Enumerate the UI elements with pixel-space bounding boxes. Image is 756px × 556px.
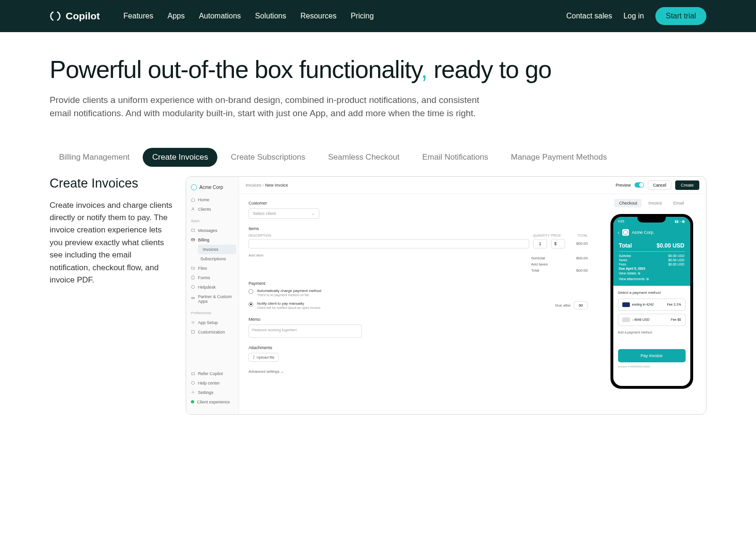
phone-notch (637, 217, 666, 222)
app-main: Invoices › New invoice Preview Cancel Cr… (239, 177, 706, 414)
attachments-label: Attachments (249, 345, 588, 350)
external-icon: ⧉ (646, 277, 649, 281)
nav-files[interactable]: Files (186, 264, 239, 273)
help-icon (191, 285, 195, 289)
preview-label: Preview (616, 183, 631, 188)
add-item-button[interactable]: Add item (249, 253, 264, 257)
radio-checked-icon (249, 302, 253, 307)
svg-rect-10 (192, 331, 195, 334)
company-icon (191, 184, 197, 190)
view-details-link[interactable]: View details⧉ (619, 271, 685, 276)
tab-seamless-checkout[interactable]: Seamless Checkout (318, 148, 409, 167)
customer-select[interactable]: Select client⌄ (249, 208, 319, 219)
nav-client-experience[interactable]: Client experience (186, 397, 239, 407)
preview-tab-invoice[interactable]: Invoice (644, 199, 667, 207)
panel-title: Create Invoices (50, 176, 172, 191)
feature-tabs: Billing Management Create Invoices Creat… (0, 148, 756, 167)
header-right: Contact sales Log in Start trial (566, 7, 706, 25)
items-label: Items (249, 226, 588, 231)
upload-icon: ⤴ (253, 355, 255, 359)
add-taxes-button[interactable]: Add taxes (531, 262, 548, 266)
cancel-button[interactable]: Cancel (648, 180, 671, 190)
card-icon (191, 238, 195, 242)
app-screenshot: Acme Corp Home Clients Apps Messages Bil… (186, 176, 706, 415)
nav-billing[interactable]: Billing (186, 235, 239, 245)
nav-helpdesk[interactable]: Helpdesk (186, 282, 239, 292)
nav-forms[interactable]: Forms (186, 273, 239, 282)
nav-helpcenter[interactable]: Help center (186, 378, 239, 388)
site-header: Copilot Features Apps Automations Soluti… (0, 0, 756, 32)
nav-appsetup[interactable]: App Setup (186, 318, 239, 327)
nav-resources[interactable]: Resources (301, 12, 336, 20)
payment-method-bank[interactable]: --4848 USD Fee $0 (618, 314, 686, 326)
tab-create-subscriptions[interactable]: Create Subscriptions (221, 148, 315, 167)
item-price-input[interactable]: $ (551, 239, 565, 248)
tab-manage-payment-methods[interactable]: Manage Payment Methods (501, 148, 616, 167)
nav-customization[interactable]: Customization (186, 327, 239, 337)
tab-billing-management[interactable]: Billing Management (50, 148, 139, 167)
nav-pricing[interactable]: Pricing (351, 12, 374, 20)
users-icon (191, 207, 195, 211)
svg-point-13 (192, 392, 193, 393)
checkout-total: Total$0.00 USD Subtotal$0.00 USD Taxes$0… (613, 239, 690, 286)
upload-file-button[interactable]: ⤴Upload file (249, 353, 279, 362)
payment-auto-option[interactable]: Automatically charge payment method Ther… (249, 289, 588, 297)
main-nav: Features Apps Automations Solutions Reso… (123, 12, 374, 20)
nav-clients[interactable]: Clients (186, 205, 239, 214)
tab-email-notifications[interactable]: Email Notifications (412, 148, 498, 167)
home-icon (191, 197, 195, 202)
create-button[interactable]: Create (675, 180, 699, 190)
customer-label: Customer (249, 201, 588, 205)
preview-tab-checkout[interactable]: Checkout (614, 199, 642, 207)
svg-rect-2 (191, 239, 195, 241)
nav-subscriptions[interactable]: Subscriptions (196, 254, 239, 264)
nav-messages[interactable]: Messages (186, 226, 239, 235)
svg-point-12 (191, 381, 195, 385)
start-trial-button[interactable]: Start trial (655, 7, 706, 25)
preview-tab-email[interactable]: Email (669, 199, 689, 207)
phone-mockup: 4:05 ▮▮ ⏦ ▣ ‹ Acme Corp. Total$0.00 USD (610, 214, 693, 389)
nav-features[interactable]: Features (123, 12, 153, 20)
svg-rect-4 (192, 276, 194, 279)
nav-settings[interactable]: Settings (186, 388, 239, 397)
logo-icon (50, 10, 61, 22)
apps-label: Apps (186, 216, 239, 224)
grid-icon (191, 330, 195, 334)
company-switcher[interactable]: Acme Corp (186, 181, 239, 193)
panel-description: Create Invoices Create invoices and char… (50, 176, 172, 415)
memo-input[interactable]: Pleasure working together! (249, 325, 362, 338)
nav-solutions[interactable]: Solutions (255, 12, 286, 20)
advanced-settings-toggle[interactable]: Advanced settings ⌄ (249, 369, 588, 374)
item-description-input[interactable] (249, 239, 529, 248)
gear-icon (191, 390, 195, 394)
login-link[interactable]: Log in (623, 12, 644, 20)
nav-home[interactable]: Home (186, 195, 239, 205)
back-icon[interactable]: ‹ (618, 230, 620, 235)
sliders-icon (191, 320, 195, 325)
tab-create-invoices[interactable]: Create Invoices (143, 148, 217, 167)
preview-toggle[interactable] (635, 182, 644, 188)
item-qty-input[interactable]: 1 (533, 239, 547, 248)
checkout-body: Select a payment method ending in 4242 F… (613, 286, 690, 373)
nav-invoices[interactable]: Invoices (198, 245, 236, 254)
invoice-form: Customer Select client⌄ Items DESCRIPTIO… (239, 194, 597, 414)
view-attachments-link[interactable]: View attachments⧉ (619, 276, 685, 282)
logo[interactable]: Copilot (50, 10, 100, 22)
nav-apps[interactable]: Apps (167, 12, 184, 20)
gift-icon (191, 371, 195, 376)
payment-notify-option[interactable]: Notify client to pay manually Client wil… (249, 301, 588, 309)
contact-sales-link[interactable]: Contact sales (566, 12, 612, 20)
add-payment-method-button[interactable]: Add a payment method (618, 329, 686, 336)
bank-icon (622, 317, 630, 322)
item-total: $00.00 (569, 241, 588, 246)
payment-method-card[interactable]: ending in 4242 Fee 3.1% (618, 299, 686, 311)
nav-partner[interactable]: Partner & Custom Apps (186, 292, 239, 306)
invoice-number: Invoice # 00000000-0000 (618, 365, 686, 368)
chevron-down-icon: ⌄ (281, 369, 284, 374)
memo-label: Memo (249, 317, 588, 322)
nav-automations[interactable]: Automations (199, 12, 241, 20)
pay-invoice-button[interactable]: Pay Invoice (618, 349, 686, 362)
nav-refer[interactable]: Refer Copilot (186, 369, 239, 378)
due-days-input[interactable] (574, 301, 588, 309)
topbar-actions: Preview Cancel Create (616, 180, 699, 190)
